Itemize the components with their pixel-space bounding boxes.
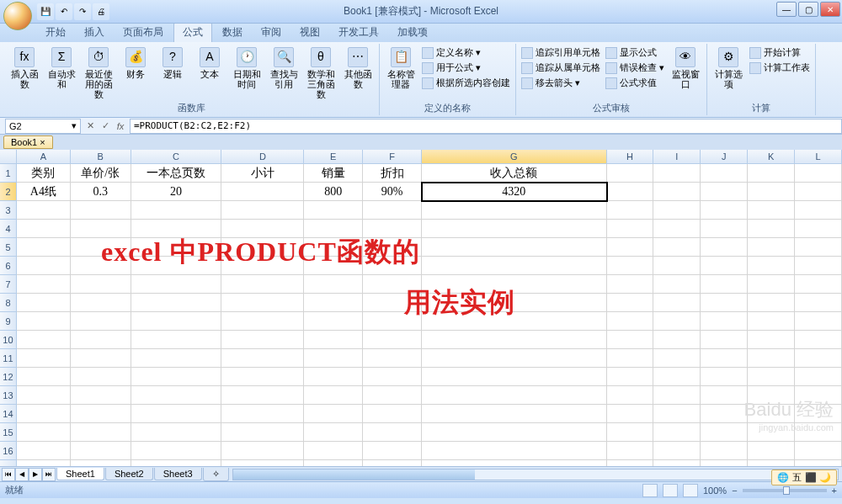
close-icon[interactable]: × [40, 137, 45, 147]
cell-h8[interactable] [607, 294, 654, 312]
cell-l11[interactable] [795, 349, 842, 368]
cell-d15[interactable] [221, 423, 304, 442]
formula-input[interactable]: =PRODUCT(B2:C2,E2:F2) [130, 119, 842, 134]
cell-b9[interactable] [71, 312, 131, 331]
cell-l9[interactable] [795, 312, 842, 331]
cell-k8[interactable] [748, 294, 795, 312]
cell-a4[interactable] [17, 220, 71, 238]
cell-i1[interactable] [653, 164, 701, 183]
cell-e5[interactable] [304, 238, 363, 257]
cell-h11[interactable] [607, 349, 654, 368]
text-button[interactable]: A文本 [192, 45, 227, 81]
trace-dependents-button[interactable]: 追踪从属单元格 [520, 61, 602, 75]
cell-a16[interactable] [17, 442, 71, 460]
rowhdr-3[interactable]: 3 [0, 201, 17, 220]
cell-a7[interactable] [17, 275, 71, 294]
name-box[interactable]: G2▾ [5, 119, 81, 134]
cell-i13[interactable] [653, 386, 701, 405]
cell-k3[interactable] [748, 201, 795, 220]
lookup-button[interactable]: 🔍查找与引用 [266, 45, 301, 91]
cell-d1[interactable]: 小计 [221, 164, 304, 183]
colhdr-b[interactable]: B [71, 150, 131, 164]
error-check-button[interactable]: 错误检查 ▾ [604, 61, 666, 75]
cell-d4[interactable] [221, 220, 304, 238]
cell-h15[interactable] [607, 423, 654, 442]
cell-i6[interactable] [653, 257, 701, 275]
rowhdr-4[interactable]: 4 [0, 220, 17, 238]
cell-k2[interactable] [748, 183, 795, 201]
cell-d11[interactable] [221, 349, 304, 368]
cell-d16[interactable] [221, 442, 304, 460]
cell-k4[interactable] [748, 220, 795, 238]
cell-g16[interactable] [422, 442, 607, 460]
cell-a15[interactable] [17, 423, 71, 442]
cell-b3[interactable] [71, 201, 131, 220]
cell-d6[interactable] [221, 257, 304, 275]
cell-a8[interactable] [17, 294, 71, 312]
sheet-nav-prev[interactable]: ◀ [15, 468, 29, 481]
cell-j13[interactable] [701, 386, 748, 405]
cell-b8[interactable] [71, 294, 131, 312]
cell-l4[interactable] [795, 220, 842, 238]
cell-h3[interactable] [607, 201, 654, 220]
cell-a3[interactable] [17, 201, 71, 220]
remove-arrows-button[interactable]: 移去箭头 ▾ [520, 76, 602, 90]
select-all-corner[interactable] [0, 150, 17, 164]
cell-c12[interactable] [131, 368, 222, 386]
hscroll-thumb[interactable] [233, 470, 475, 480]
cell-e11[interactable] [304, 349, 363, 368]
cell-h12[interactable] [607, 368, 654, 386]
cell-g4[interactable] [422, 220, 607, 238]
cell-g17[interactable] [422, 460, 607, 466]
datetime-button[interactable]: 🕐日期和时间 [229, 45, 264, 91]
colhdr-d[interactable]: D [221, 150, 304, 164]
cell-a13[interactable] [17, 386, 71, 405]
autosum-button[interactable]: Σ自动求和 [44, 45, 79, 91]
sheet-nav-first[interactable]: ⏮ [2, 468, 15, 481]
cell-f3[interactable] [363, 201, 422, 220]
cell-k17[interactable] [748, 460, 795, 466]
cell-k12[interactable] [748, 368, 795, 386]
colhdr-c[interactable]: C [131, 150, 222, 164]
cell-b4[interactable] [71, 220, 131, 238]
cell-b12[interactable] [71, 368, 131, 386]
cell-g3[interactable] [422, 201, 607, 220]
insert-function-button[interactable]: fx插入函数 [7, 45, 42, 91]
cell-e10[interactable] [304, 331, 363, 349]
cell-k6[interactable] [748, 257, 795, 275]
cell-d12[interactable] [221, 368, 304, 386]
cell-d9[interactable] [221, 312, 304, 331]
view-normal-button[interactable] [642, 484, 658, 497]
cell-k5[interactable] [748, 238, 795, 257]
cell-h4[interactable] [607, 220, 654, 238]
rowhdr-9[interactable]: 9 [0, 312, 17, 331]
cell-f4[interactable] [363, 220, 422, 238]
colhdr-e[interactable]: E [304, 150, 363, 164]
horizontal-scrollbar[interactable] [232, 469, 839, 480]
evaluate-formula-button[interactable]: 公式求值 [604, 76, 666, 90]
cell-g5[interactable] [422, 238, 607, 257]
trace-precedents-button[interactable]: 追踪引用单元格 [520, 45, 602, 60]
tab-data[interactable]: 数据 [214, 23, 251, 42]
colhdr-a[interactable]: A [17, 150, 71, 164]
cell-l1[interactable] [795, 164, 842, 183]
cell-e4[interactable] [304, 220, 363, 238]
cell-j15[interactable] [701, 423, 748, 442]
cell-c15[interactable] [131, 423, 222, 442]
cell-i8[interactable] [653, 294, 701, 312]
spreadsheet-grid[interactable]: A B C D E F G H I J K L 1 类别 单价/张 一本总页数 … [0, 150, 842, 466]
cell-h17[interactable] [607, 460, 654, 466]
cell-b6[interactable] [71, 257, 131, 275]
cell-d3[interactable] [221, 201, 304, 220]
tab-view[interactable]: 视图 [291, 23, 328, 42]
cell-b11[interactable] [71, 349, 131, 368]
rowhdr-14[interactable]: 14 [0, 405, 17, 423]
cell-g15[interactable] [422, 423, 607, 442]
cell-i2[interactable] [653, 183, 701, 201]
cell-h10[interactable] [607, 331, 654, 349]
cell-l13[interactable] [795, 386, 842, 405]
rowhdr-8[interactable]: 8 [0, 294, 17, 312]
rowhdr-15[interactable]: 15 [0, 423, 17, 442]
cell-f13[interactable] [363, 386, 422, 405]
cell-e9[interactable] [304, 312, 363, 331]
